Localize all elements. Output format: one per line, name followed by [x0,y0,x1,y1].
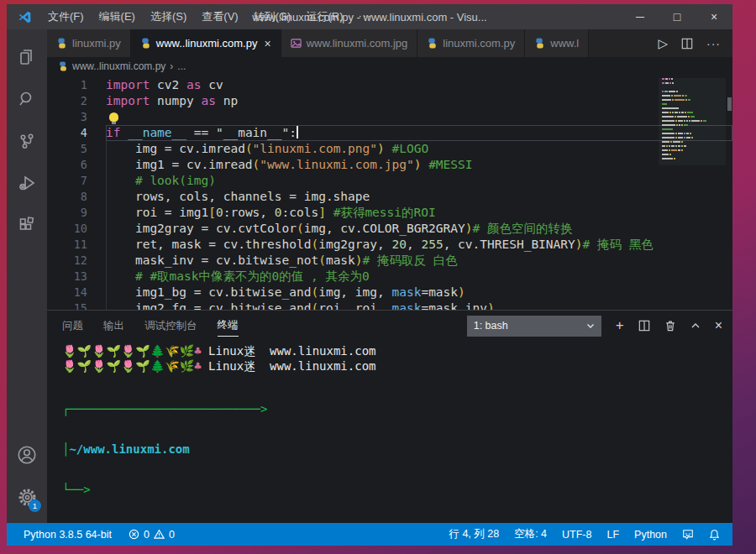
line-text: import numpy as np [106,93,732,109]
panel-tab-problems[interactable]: 问题 [62,316,83,337]
minimize-button[interactable]: ─ [622,4,659,29]
more-actions-icon[interactable]: ··· [706,37,721,50]
code-line-11[interactable]: 11 ret, mask = cv.threshold(img2gray, 20… [47,237,732,253]
shell-prompt: ┌───────────────────────────> │~/www.lin… [62,375,732,523]
python-file-icon [427,38,438,49]
line-text: img2gray = cv.cvtColor(img, cv.COLOR_BGR… [106,221,732,237]
menu-edit[interactable]: 编辑(E) [92,9,143,24]
indentation[interactable]: 空格: 4 [514,527,547,541]
encoding[interactable]: UTF-8 [562,529,591,541]
prompt-top-line: ┌───────────────────────────> [62,402,732,416]
line-number: 3 [47,109,106,125]
tab-www-l-truncated[interactable]: www.l [525,29,589,57]
line-number: 14 [47,285,106,301]
code-line-10[interactable]: 10 img2gray = cv.cvtColor(img, cv.COLOR_… [47,221,732,237]
code-line-1[interactable]: 1import cv2 as cv [47,77,732,93]
code-line-4[interactable]: 4if __name__ == "__main__": [47,125,732,141]
code-line-5[interactable]: 5 img = cv.imread("linuxmi.com.png") #LO… [47,141,732,157]
menu-file[interactable]: 文件(F) [40,9,92,24]
bottom-panel: 问题 输出 调试控制台 终端 1: bash + × [47,310,732,523]
line-number: 4 [47,125,106,141]
menu-selection[interactable]: 选择(S) [143,9,194,24]
search-icon[interactable] [7,78,47,120]
panel-tab-terminal[interactable]: 终端 [218,315,239,337]
line-number: 8 [47,189,106,205]
problems-status[interactable]: 0 0 [129,529,175,541]
code-line-2[interactable]: 2import numpy as np [47,93,732,109]
code-line-7[interactable]: 7 # look(img) [47,173,732,189]
line-number: 5 [47,141,106,157]
language-mode[interactable]: Python [634,529,667,541]
chevron-up-icon[interactable] [690,321,701,331]
split-editor-icon[interactable] [681,38,693,50]
run-debug-icon[interactable] [7,162,47,204]
code-line-9[interactable]: 9 roi = img1[0:rows, 0:cols] #获得messi的RO… [47,205,732,221]
editor-scrollbar[interactable] [727,97,732,111]
menu-view[interactable]: 查看(V) [194,9,245,24]
line-number: 11 [47,237,106,253]
tab-www-linuxmi-com-py[interactable]: www..linuxmi.com.py × [131,29,281,57]
line-text: ret, mask = cv.threshold(img2gray, 20, 2… [106,237,732,253]
error-icon [129,529,139,540]
lightbulb-icon[interactable] [109,112,118,122]
tab-label: linuxmi.py [72,37,121,50]
code-lines: 1import cv2 as cv2import numpy as np34if… [47,77,732,310]
terminal-select-value: 1: bash [474,320,586,332]
maximize-button[interactable]: □ [659,4,696,29]
vscode-window: 文件(F) 编辑(E) 选择(S) 查看(V) 转到(G) 运行(R) ··· … [7,4,732,546]
breadcrumb-more[interactable]: ... [177,60,186,72]
activity-bar: 1 [7,29,47,523]
terminal-select[interactable]: 1: bash [467,316,601,337]
close-button[interactable]: × [696,4,732,29]
account-icon[interactable] [7,434,47,476]
code-line-6[interactable]: 6 img1 = cv.imread("www.linuxmi.com.jpg"… [47,157,732,173]
panel-tab-debug-console[interactable]: 调试控制台 [144,316,197,337]
notifications-bell-icon[interactable] [709,529,720,541]
code-line-15[interactable]: 15 img2_fg = cv.bitwise_and(roi, roi, ma… [47,301,732,310]
source-control-icon[interactable] [7,120,47,162]
line-text: roi = img1[0:rows, 0:cols] #获得messi的ROI [106,205,732,221]
code-line-13[interactable]: 13 # #取mask中像素不为的0的值 , 其余为0 [47,269,732,285]
panel-controls: 1: bash + × [467,316,722,337]
code-line-3[interactable]: 3 [47,109,732,125]
cursor-position[interactable]: 行 4, 列 28 [449,527,499,541]
extensions-icon[interactable] [7,204,47,246]
plants-emoji: 🌷🌱🌷🌱🌷🌱🌲🌾🌿♣ [62,359,202,373]
run-python-file-icon[interactable]: ▷ [658,36,668,51]
tab-linuxmi-py[interactable]: linuxmi.py [47,29,131,57]
editor-tabbar: linuxmi.py www..linuxmi.com.py × www.lin… [47,29,732,57]
tab-close-icon[interactable]: × [264,37,270,50]
python-file-icon [140,38,151,49]
panel-tab-output[interactable]: 输出 [103,316,124,337]
terminal-content[interactable]: 🌷🌱🌷🌱🌷🌱🌲🌾🌿♣ Linux迷 www.linuxmi.com 🌷🌱🌷🌱🌷🌱… [47,341,732,523]
line-number: 7 [47,173,106,189]
line-number: 10 [47,221,106,237]
tab-linuxmi-com-py[interactable]: linuxmi.com.py [417,29,525,57]
explorer-icon[interactable] [7,36,47,78]
code-line-12[interactable]: 12 mask_inv = cv.bitwise_not(mask)# 掩码取反… [47,253,732,269]
line-number: 9 [47,205,106,221]
breadcrumb-file[interactable]: www..linuxmi.com.py [72,60,165,72]
line-text: mask_inv = cv.bitwise_not(mask)# 掩码取反 白色 [106,253,732,269]
code-line-14[interactable]: 14 img1_bg = cv.bitwise_and(img, img, ma… [47,285,732,301]
prompt-bottom-line: └──> [62,483,732,496]
new-terminal-icon[interactable]: + [616,317,624,334]
minimap[interactable] [662,78,722,162]
settings-gear-icon[interactable]: 1 [7,476,47,518]
line-text: rows, cols, channels = img.shape [106,189,732,205]
trash-icon[interactable] [664,320,676,332]
breadcrumb[interactable]: www..linuxmi.com.py › ... [47,57,732,76]
text-cursor [297,126,298,138]
line-text: img = cv.imread("linuxmi.com.png") #LOGO [106,141,732,157]
line-number: 1 [47,77,106,93]
feedback-icon[interactable] [682,529,694,541]
code-line-8[interactable]: 8 rows, cols, channels = img.shape [47,189,732,205]
chevron-down-icon [586,321,595,330]
code-editor[interactable]: 1import cv2 as cv2import numpy as np34if… [47,76,732,310]
tab-www-linuxmi-com-jpg[interactable]: www.linuxmi.com.jpg [281,29,418,57]
window-title: www..linuxmi.com.py - www.linuxmi.com - … [252,11,486,24]
close-panel-icon[interactable]: × [715,318,722,333]
split-terminal-icon[interactable] [638,320,650,332]
eol-sequence[interactable]: LF [606,529,619,541]
python-interpreter[interactable]: Python 3.8.5 64-bit [24,529,112,541]
